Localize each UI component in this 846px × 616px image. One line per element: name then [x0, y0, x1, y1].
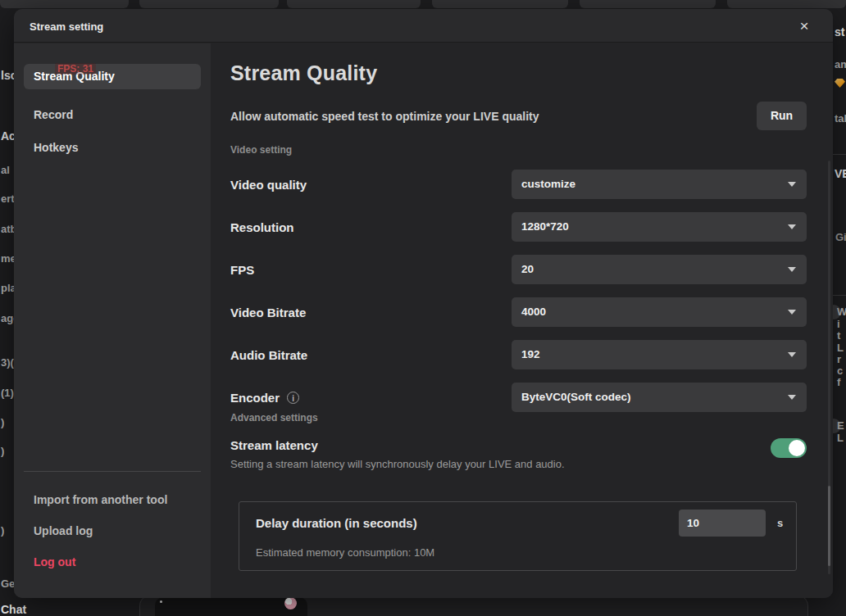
run-speed-test-button[interactable]: Run	[757, 102, 807, 130]
chevron-down-icon	[788, 310, 796, 315]
bg-chat-line-fragment: i	[837, 318, 840, 330]
resolution-value: 1280*720	[521, 212, 569, 242]
close-icon[interactable]: ×	[795, 17, 813, 35]
bg-left-fragment: )	[1, 524, 4, 537]
audio-bitrate-label: Audio Bitrate	[230, 348, 307, 362]
bg-chat-line-fragment: t	[837, 329, 840, 342]
bg-right-fragment: am	[835, 58, 846, 70]
chevron-down-icon	[788, 267, 796, 272]
bg-left-fragment: )	[1, 445, 4, 457]
dialog-body: FPS: 31 Stream Quality Record Hotkeys Im…	[14, 43, 833, 598]
video-bitrate-label: Video Bitrate	[230, 306, 306, 319]
advanced-settings-label: Advanced settings	[230, 412, 318, 424]
delay-duration-input[interactable]	[679, 510, 766, 537]
delay-duration-panel: Delay duration (in seconds) s Estimated …	[239, 501, 797, 571]
chevron-down-icon	[788, 182, 796, 187]
bg-right-fragment: VE C	[835, 167, 846, 180]
bg-chat-line-fragment: f	[837, 376, 840, 388]
speed-test-label: Allow automatic speed test to optimize y…	[230, 110, 539, 123]
bg-chat-line-fragment: L	[837, 342, 844, 354]
bg-left-fragment: ert	[1, 192, 15, 205]
video-quality-value: customize	[521, 170, 575, 199]
video-bitrate-value: 4000	[521, 297, 546, 327]
encoder-label: Encoderi	[230, 391, 299, 405]
encoder-value: ByteVC0(Soft codec)	[521, 383, 631, 412]
bg-left-fragment: )	[1, 416, 4, 428]
toggle-knob	[789, 440, 805, 456]
bg-chat-line-fragment: E	[837, 419, 844, 432]
memory-consumption-hint: Estimated memory consumption: 10M	[256, 546, 434, 559]
bg-right-fragment: tal	[835, 112, 846, 125]
background-panel-tab	[287, 0, 421, 8]
background-panel-tab	[432, 0, 568, 8]
resolution-select[interactable]: 1280*720	[512, 212, 807, 242]
stream-latency-description: Setting a stream latency will synchronou…	[230, 458, 565, 470]
import-from-another-tool-link[interactable]: Import from another tool	[34, 493, 167, 506]
bg-chat-cursor	[160, 600, 162, 603]
bg-chat-line-fragment: c	[837, 365, 843, 377]
bg-chat-line-fragment: L	[837, 432, 844, 444]
upload-log-link[interactable]: Upload log	[34, 524, 93, 537]
chevron-down-icon	[788, 352, 796, 357]
audio-bitrate-select[interactable]: 192	[512, 340, 807, 369]
bg-divider	[833, 295, 846, 296]
gem-icon	[835, 79, 845, 88]
stream-latency-label: Stream latency	[230, 438, 318, 452]
bg-divider	[833, 154, 846, 155]
background-panel-tab	[727, 0, 846, 8]
info-icon[interactable]: i	[287, 392, 299, 404]
encoder-select[interactable]: ByteVC0(Soft codec)	[512, 383, 807, 412]
delay-duration-label: Delay duration (in seconds)	[256, 516, 417, 530]
stream-setting-dialog: Stream setting × FPS: 31 Stream Quality …	[14, 9, 833, 598]
fps-label: FPS	[230, 263, 254, 277]
sidebar-item-hotkeys[interactable]: Hotkeys	[24, 135, 201, 161]
delay-unit-label: s	[777, 517, 783, 529]
page-title: Stream Quality	[230, 61, 377, 85]
encoder-label-text: Encoder	[230, 391, 280, 405]
background-panel-tab	[139, 0, 279, 8]
bg-right-fragment: st L	[835, 25, 846, 38]
resolution-label: Resolution	[230, 220, 294, 234]
bg-chat-line-fragment: r	[837, 353, 841, 365]
bg-right-fragment: Gi	[835, 231, 846, 243]
fps-select[interactable]: 20	[512, 255, 807, 284]
dialog-scrollbar-thumb[interactable]	[828, 486, 830, 566]
sidebar-item-stream-quality[interactable]: Stream Quality	[24, 64, 201, 89]
log-out-link[interactable]: Log out	[34, 555, 75, 568]
video-setting-section-label: Video setting	[230, 144, 292, 156]
video-quality-select[interactable]: customize	[512, 170, 807, 199]
stream-quality-pane: Stream Quality Allow automatic speed tes…	[211, 43, 833, 598]
video-bitrate-select[interactable]: 4000	[512, 297, 807, 327]
stream-latency-toggle[interactable]	[771, 438, 807, 458]
bg-left-fragment: al	[1, 164, 10, 176]
bg-left-fragment: (1)	[1, 387, 14, 399]
bg-chat-tab-fragment: Chat	[1, 603, 26, 616]
dialog-titlebar: Stream setting ×	[14, 9, 833, 43]
background-panel-tab	[0, 0, 129, 8]
gift-icon	[284, 597, 297, 609]
video-quality-label: Video quality	[230, 178, 307, 192]
chevron-down-icon	[788, 395, 796, 400]
fps-value: 20	[521, 255, 534, 284]
sidebar-item-record[interactable]: Record	[24, 102, 201, 128]
bg-left-fragment: 3)(	[1, 356, 14, 369]
bg-chat-line-fragment: W	[837, 306, 846, 318]
fps-counter-badge: FPS: 31	[55, 63, 96, 75]
background-panel-tab	[580, 0, 716, 8]
dialog-title: Stream setting	[30, 20, 103, 33]
settings-sidebar: FPS: 31 Stream Quality Record Hotkeys Im…	[14, 43, 211, 598]
chevron-down-icon	[788, 224, 796, 229]
audio-bitrate-value: 192	[521, 340, 540, 369]
bg-left-fragment: Ge	[1, 578, 15, 590]
sidebar-divider	[24, 471, 201, 472]
